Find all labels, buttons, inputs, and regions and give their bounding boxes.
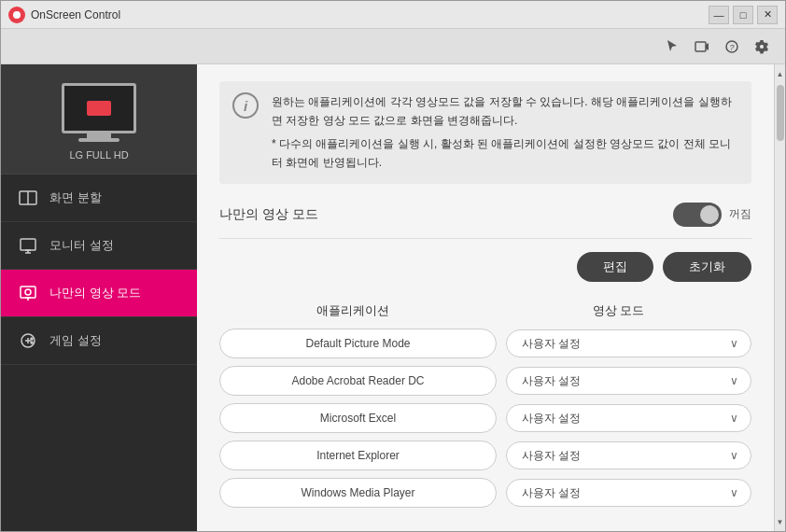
svg-point-0 [13,11,21,19]
svg-point-5 [760,45,764,49]
game-settings-icon [18,330,38,351]
monitor-area: LG FULL HD [1,64,197,175]
toggle-label: 꺼짐 [729,206,751,222]
monitor-settings-icon [18,235,38,256]
scrollbar[interactable]: ▲ ▼ [774,64,785,531]
monitor-display [62,83,136,142]
info-section: i 원하는 애플리케이션에 각각 영상모드 값을 저장할 수 있습니다. 해당 … [219,81,751,184]
scrollbar-up[interactable]: ▲ [775,66,786,81]
sidebar-item-game-settings[interactable]: 게임 설정 [1,317,197,365]
monitor-screen [62,83,136,133]
app-name-btn: Microsoft Excel [219,403,497,433]
my-picture-mode-label: 나만의 영상 모드 [49,285,141,301]
toggle-switch[interactable]: 꺼짐 [673,203,751,227]
info-text-2: * 다수의 애플리케이션을 실행 시, 활성화 된 애플리케이션에 설정한 영상… [272,134,738,173]
info-text-1: 원하는 애플리케이션에 각각 영상모드 값을 저장할 수 있습니다. 해당 애플… [272,92,738,131]
app-name-btn: Windows Media Player [219,478,497,508]
app-mode-select[interactable]: 사용자 설정표준영화게임사진 [506,441,751,469]
window-controls: — □ ✕ [709,6,778,24]
toggle-track[interactable] [673,203,722,227]
monitor-base [78,138,119,142]
toolbar: ? [1,29,785,64]
monitor-settings-label: 모니터 설정 [49,237,114,254]
app-mode-select[interactable]: 사용자 설정표준영화게임사진 [506,367,751,395]
app-name-btn: Adobe Acrobat Reader DC [219,366,497,396]
edit-button[interactable]: 편집 [577,252,653,282]
scrollbar-thumb[interactable] [777,85,784,141]
maximize-button[interactable]: □ [733,6,753,24]
content-wrapper: i 원하는 애플리케이션에 각각 영상모드 값을 저장할 수 있습니다. 해당 … [197,64,785,531]
main-layout: LG FULL HD 화면 분할 [1,64,785,531]
info-icon: i [232,92,259,119]
svg-point-20 [31,342,33,343]
app-mode-select[interactable]: 사용자 설정표준영화게임사진 [506,479,751,507]
app-mode-wrapper[interactable]: 사용자 설정표준영화게임사진 [506,404,751,432]
video-icon-button[interactable] [690,35,714,59]
help-icon-button[interactable]: ? [720,35,744,59]
screen-split-label: 화면 분할 [49,189,102,206]
sidebar-nav: 화면 분할 모니터 설정 [1,175,197,531]
app-mode-select[interactable]: 사용자 설정표준영화게임사진 [506,329,751,357]
sidebar: LG FULL HD 화면 분할 [1,64,197,531]
app-col-header-app: 애플리케이션 [219,302,485,319]
info-text-block: 원하는 애플리케이션에 각각 영상모드 값을 저장할 수 있습니다. 해당 애플… [272,92,738,173]
svg-point-19 [31,338,33,340]
app-name-btn: Default Picture Mode [219,329,497,358]
app-row: Internet Explorer사용자 설정표준영화게임사진 [219,441,751,470]
app-rows: Default Picture Mode사용자 설정표준영화게임사진Adobe … [219,329,751,508]
svg-rect-1 [695,42,706,51]
main-window: OnScreen Control — □ ✕ ? [0,0,786,532]
content-area: i 원하는 애플리케이션에 각각 영상모드 값을 저장할 수 있습니다. 해당 … [197,64,774,531]
app-mode-wrapper[interactable]: 사용자 설정표준영화게임사진 [506,479,751,507]
app-col-header-mode: 영상 모드 [485,302,751,319]
toggle-knob [700,205,719,224]
monitor-screen-icon [87,101,111,116]
app-row: Microsoft Excel사용자 설정표준영화게임사진 [219,403,751,433]
app-row: Default Picture Mode사용자 설정표준영화게임사진 [219,329,751,358]
scrollbar-down[interactable]: ▼ [775,514,786,529]
app-name-btn: Internet Explorer [219,441,497,470]
svg-point-13 [25,289,31,295]
cursor-icon-button[interactable] [660,35,684,59]
app-row: Adobe Acrobat Reader DC사용자 설정표준영화게임사진 [219,366,751,396]
game-settings-label: 게임 설정 [49,332,102,349]
sidebar-item-monitor-settings[interactable]: 모니터 설정 [1,222,197,270]
titlebar: OnScreen Control — □ ✕ [1,1,785,29]
app-mode-select[interactable]: 사용자 설정표준영화게임사진 [506,404,751,432]
svg-text:?: ? [730,43,735,52]
svg-rect-8 [21,239,35,250]
picture-mode-icon [18,283,38,303]
action-buttons-row: 편집 초기화 [219,252,751,282]
sidebar-item-my-picture-mode[interactable]: 나만의 영상 모드 [1,270,197,317]
close-button[interactable]: ✕ [757,6,778,24]
minimize-button[interactable]: — [709,6,729,24]
mode-header-label: 나만의 영상 모드 [219,206,318,223]
app-table-header: 애플리케이션 영상 모드 [219,299,751,329]
app-icon [8,7,25,23]
app-mode-wrapper[interactable]: 사용자 설정표준영화게임사진 [506,441,751,469]
settings-icon-button[interactable] [750,35,774,59]
app-mode-wrapper[interactable]: 사용자 설정표준영화게임사진 [506,329,751,357]
window-title: OnScreen Control [31,8,709,21]
app-mode-wrapper[interactable]: 사용자 설정표준영화게임사진 [506,367,751,395]
screen-split-icon [18,188,38,208]
svg-rect-12 [21,287,35,298]
mode-header-row: 나만의 영상 모드 꺼짐 [219,203,751,239]
reset-button[interactable]: 초기화 [663,252,751,282]
sidebar-item-screen-split[interactable]: 화면 분할 [1,175,197,222]
app-row: Windows Media Player사용자 설정표준영화게임사진 [219,478,751,508]
monitor-label: LG FULL HD [69,149,128,161]
